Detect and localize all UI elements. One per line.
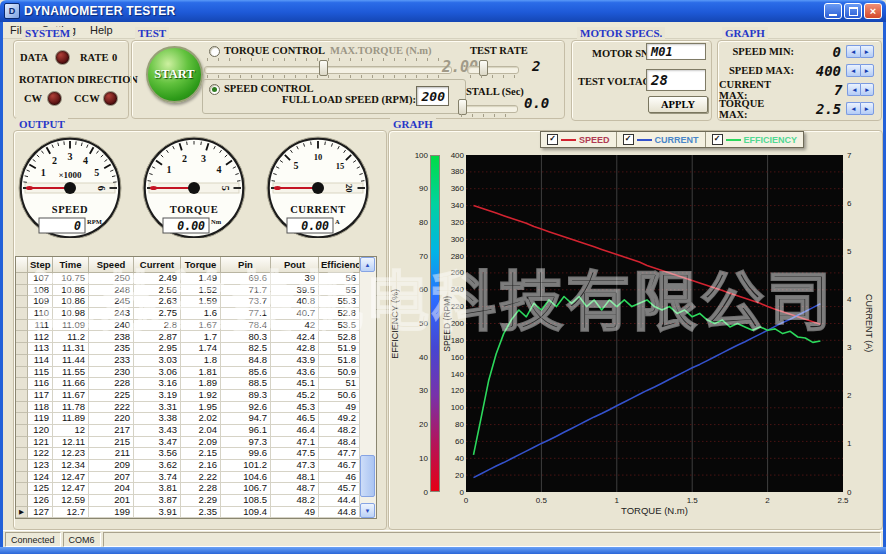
- legend-checkbox[interactable]: ✓: [712, 134, 723, 145]
- table-cell: 115: [28, 367, 53, 379]
- table-cell: 82.5: [221, 343, 271, 355]
- torque-control-radio[interactable]: [209, 46, 220, 57]
- table-row[interactable]: 11211.22382.871.780.342.452.8: [16, 331, 360, 343]
- table-row[interactable]: 12112.112153.472.0997.347.148.4: [16, 437, 360, 449]
- spinner-right-icon[interactable]: ►: [860, 102, 874, 115]
- table-row[interactable]: 12312.342093.622.16101.247.346.7: [16, 460, 360, 472]
- table-header-time[interactable]: Time: [53, 257, 89, 273]
- test-rate-slider-thumb[interactable]: [479, 60, 488, 76]
- table-row[interactable]: 11511.552303.061.8185.643.650.9: [16, 367, 360, 379]
- scroll-thumb[interactable]: [360, 455, 375, 497]
- table-cell: 199: [89, 507, 134, 519]
- table-row[interactable]: 11811.782223.311.9592.645.349: [16, 402, 360, 414]
- table-row[interactable]: 12612.592013.872.29108.548.244.4: [16, 495, 360, 507]
- taskbar-strip: [0, 547, 886, 554]
- spinner-right-icon[interactable]: ►: [860, 45, 875, 58]
- table-row[interactable]: 11611.662283.161.8988.545.151: [16, 378, 360, 390]
- table-cell: 211: [89, 448, 134, 460]
- table-row[interactable]: 12412.472073.742.22104.648.146: [16, 472, 360, 484]
- spinner-left-icon[interactable]: ◄: [846, 45, 860, 58]
- gauge-speed: 123456×1000SPEED0RPM: [18, 134, 122, 238]
- table-row[interactable]: 11711.672253.191.9289.345.250.6: [16, 390, 360, 402]
- speed-control-radio[interactable]: [209, 84, 220, 95]
- table-header-efficiency[interactable]: Efficiency: [319, 257, 360, 273]
- table-row[interactable]: 120122173.432.0496.146.448.2: [16, 425, 360, 437]
- rate-label: RATE: [80, 52, 108, 63]
- table-row[interactable]: 10910.862452.631.5973.740.855.3: [16, 296, 360, 308]
- table-header-step[interactable]: Step: [28, 257, 53, 273]
- legend-item-current[interactable]: ✓CURRENT: [617, 132, 706, 147]
- stall-slider-thumb[interactable]: [458, 99, 467, 115]
- table-header-speed[interactable]: Speed: [89, 257, 134, 273]
- row-marker-cell: [16, 320, 28, 332]
- table-cell: 44.8: [319, 507, 360, 519]
- table-cell: 230: [89, 367, 134, 379]
- graph-setting-spinner[interactable]: ◄►: [846, 102, 874, 115]
- close-button[interactable]: ×: [864, 3, 882, 19]
- table-cell: 233: [89, 355, 134, 367]
- spinner-right-icon[interactable]: ►: [860, 83, 874, 96]
- table-row[interactable]: 11010.982432.751.677.140.752.8: [16, 308, 360, 320]
- table-row[interactable]: 10710.752502.491.4969.63956: [16, 273, 360, 285]
- table-cell: 243: [89, 308, 134, 320]
- table-cell: 48.2: [319, 425, 360, 437]
- table-cell: 2.29: [181, 495, 221, 507]
- minimize-button[interactable]: [824, 3, 842, 19]
- legend-item-speed[interactable]: ✓SPEED: [541, 132, 617, 147]
- table-header-pout[interactable]: Pout: [271, 257, 319, 273]
- row-marker-cell: [16, 402, 28, 414]
- table-cell: 109: [28, 296, 53, 308]
- table-row[interactable]: 10810.862482.561.5271.739.555: [16, 285, 360, 297]
- title-bar[interactable]: D DYNAMOMETER TESTER ×: [0, 0, 886, 22]
- legend-checkbox[interactable]: ✓: [547, 134, 558, 145]
- current-axis-label-wrap: CURRENT (A): [862, 155, 875, 492]
- stall-slider[interactable]: [458, 97, 518, 117]
- legend-item-efficiency[interactable]: ✓EFFICIENCY: [706, 132, 804, 147]
- table-cell: 3.06: [134, 367, 181, 379]
- table-cell: 11.44: [53, 355, 89, 367]
- table-row[interactable]: 11311.312352.951.7482.542.851.9: [16, 343, 360, 355]
- menu-item-help[interactable]: Help: [83, 24, 120, 36]
- slider-ticks: [470, 75, 516, 78]
- table-row[interactable]: 12212.232113.562.1599.647.547.7: [16, 448, 360, 460]
- table-cell: 117: [28, 390, 53, 402]
- spinner-left-icon[interactable]: ◄: [846, 64, 860, 77]
- table-header-pin[interactable]: Pin: [221, 257, 271, 273]
- svg-text:CURRENT: CURRENT: [290, 204, 345, 215]
- test-rate-slider[interactable]: [467, 58, 519, 78]
- test-voltage-input[interactable]: 28: [646, 69, 706, 91]
- table-row[interactable]: 11111.092402.81.6778.44253.5: [16, 320, 360, 332]
- motor-sn-value: M01: [651, 45, 673, 59]
- start-button[interactable]: START: [146, 46, 203, 103]
- spinner-left-icon[interactable]: ◄: [847, 83, 860, 96]
- legend-checkbox[interactable]: ✓: [623, 134, 634, 145]
- table-scrollbar[interactable]: ▲ ▼: [360, 257, 376, 518]
- graph-setting-spinner[interactable]: ◄►: [846, 45, 874, 58]
- table-row[interactable]: 11911.892203.382.0294.746.549.2: [16, 413, 360, 425]
- full-load-speed-input[interactable]: 200: [416, 86, 449, 106]
- table-cell: 39: [271, 273, 319, 285]
- table-header-torque[interactable]: Torque: [181, 257, 221, 273]
- table-row[interactable]: 11411.442333.031.884.843.951.8: [16, 355, 360, 367]
- restore-button[interactable]: [844, 3, 862, 19]
- full-load-speed-label: FULL LOAD SPEED (RPM):: [282, 94, 416, 105]
- svg-text:SPEED: SPEED: [52, 204, 88, 215]
- table-header-current[interactable]: Current: [134, 257, 181, 273]
- slider-ticks: [207, 58, 449, 61]
- table-header-marker: [16, 257, 28, 273]
- apply-button[interactable]: APPLY: [648, 96, 708, 113]
- max-torque-slider-thumb[interactable]: [319, 60, 328, 76]
- graph-setting-spinner[interactable]: ◄►: [847, 83, 874, 96]
- spinner-left-icon[interactable]: ◄: [846, 102, 859, 115]
- stall-value: 0.0: [524, 95, 549, 111]
- table-cell: 40.8: [271, 296, 319, 308]
- graph-setting-spinner[interactable]: ◄►: [846, 64, 874, 77]
- motor-sn-input[interactable]: M01: [646, 43, 706, 60]
- scroll-up-button[interactable]: ▲: [360, 257, 375, 272]
- spinner-right-icon[interactable]: ►: [860, 64, 875, 77]
- table-row[interactable]: ▶12712.71993.912.35109.44944.8: [16, 507, 360, 519]
- results-table[interactable]: StepTimeSpeedCurrentTorquePinPoutEfficie…: [16, 257, 360, 518]
- max-torque-slider[interactable]: [204, 58, 452, 78]
- scroll-down-button[interactable]: ▼: [360, 503, 375, 518]
- table-row[interactable]: 12512.472043.812.28106.748.745.7: [16, 483, 360, 495]
